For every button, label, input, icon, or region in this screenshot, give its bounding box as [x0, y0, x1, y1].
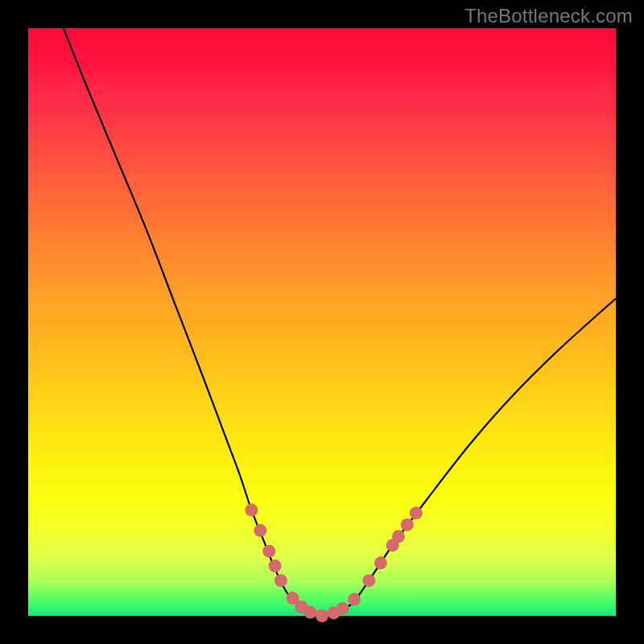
data-marker: [336, 602, 349, 615]
data-marker: [262, 545, 275, 558]
data-marker: [269, 559, 282, 572]
data-marker: [374, 556, 387, 569]
bottleneck-curve: [64, 28, 616, 616]
data-marker: [245, 504, 258, 517]
data-marker: [303, 606, 316, 619]
data-marker: [348, 593, 361, 606]
data-marker: [401, 518, 414, 531]
marker-group: [245, 504, 422, 622]
plot-area: [28, 28, 616, 616]
chart-frame: TheBottleneck.com: [0, 0, 644, 644]
data-marker: [392, 530, 405, 543]
watermark-text: TheBottleneck.com: [464, 5, 633, 27]
data-marker: [254, 524, 266, 537]
data-marker: [275, 574, 287, 587]
data-marker: [410, 506, 423, 519]
data-marker: [316, 609, 328, 622]
curve-layer: [28, 28, 616, 616]
data-marker: [362, 574, 375, 587]
